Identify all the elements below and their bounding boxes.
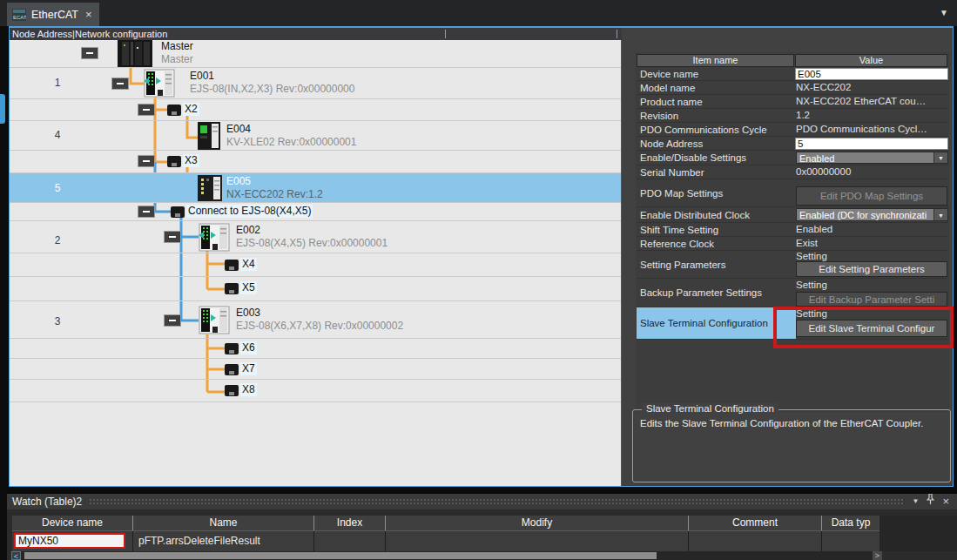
prop-label: Serial Number [640,167,704,178]
ethercat-editor: Node Address|Network configuration [9,26,954,487]
node-address: 4 [10,129,105,141]
collapse-button[interactable] [138,104,155,116]
network-configuration-tree: Master Master 1 [10,40,621,486]
tree-node-x8[interactable]: X8 [10,380,621,402]
svg-text:ECAT: ECAT [13,15,26,20]
edit-backup-parameter-settings-button[interactable]: Edit Backup Parameter Setti [796,292,947,307]
prop-label: Shift Time Setting [640,225,718,235]
port-label: X2 [183,103,199,116]
prop-row-device-name: Device name [637,67,948,81]
chevron-down-icon[interactable]: ▼ [933,209,947,220]
column-header-item-name: Item name [637,54,794,67]
left-dock-indicator[interactable] [0,94,5,124]
prop-row-setting-parameters: Setting Parameters Setting Edit Setting … [637,251,948,279]
chevron-down-icon[interactable]: ▼ [933,152,947,163]
prop-row-backup-parameters: Backup Parameter Settings Setting Edit B… [637,279,948,307]
device-name-input[interactable] [795,68,948,80]
watch-row[interactable]: pFTP.arrsDeleteFileResult [12,531,879,551]
tab-close-icon[interactable]: × [85,9,92,20]
collapse-button[interactable] [81,47,98,59]
tree-node-e001[interactable]: 1 [10,68,621,99]
tree-node-connect[interactable]: Connect to EJS-08(X4,X5) [10,203,621,221]
distributed-clock-dropdown[interactable]: Enabled (DC for synchronizati ▼ [796,208,948,221]
description-title: Slave Terminal Configuration [642,403,778,414]
collapse-button[interactable] [138,206,155,218]
tree-node-x5[interactable]: X5 [10,277,621,301]
tree-node-x2[interactable]: X2 [10,99,621,121]
tree-node-e005-selected[interactable]: 5 E005 NX-ECC [10,173,621,203]
prop-label: Node Address [640,138,703,149]
sysmac-studio-window: ECAT EtherCAT × ▼ Node Address|Network c… [0,0,957,560]
prop-row-pdo-map: PDO Map Settings Edit PDO Map Settings [637,179,948,207]
horizontal-scrollbar[interactable]: < > [12,551,882,560]
port-icon [225,260,239,271]
close-icon[interactable]: × [942,494,949,509]
prop-row-model-name: Model name NX-ECC202 [637,81,948,95]
prop-row-node-address: Node Address [637,137,948,151]
port-icon [225,385,239,396]
collapse-button[interactable] [164,231,181,243]
column-modify: Modify [385,516,688,530]
port-icon [167,105,181,116]
enable-disable-dropdown[interactable]: Enabled ▼ [796,152,948,164]
prop-label: Device name [640,69,698,79]
prop-row-shift-time: Shift Time Setting Enabled [637,223,948,237]
edit-setting-parameters-button[interactable]: Edit Setting Parameters [796,261,947,277]
scrollbar-thumb[interactable] [24,552,657,559]
port-label: X7 [240,362,257,375]
tree-node-label: E004 KV-XLE02 Rev:0x00000001 [226,123,356,149]
scroll-right-icon[interactable]: > [873,551,882,560]
tree-node-x4[interactable]: X4 [10,253,621,277]
column-header-value: Value [795,54,947,67]
tree-node-e004[interactable]: 4 E004 KV-XLE02 Rev:0x00000001 [10,121,621,151]
port-label: X5 [240,281,257,294]
prop-row-pdo-comm-cycle: PDO Communications Cycle PDO Communicati… [637,123,948,137]
port-icon [225,283,239,294]
annotation-highlight-red [773,307,954,348]
dropdown-value: Enabled (DC for synchronizati [799,210,927,220]
node-address-input[interactable] [795,138,948,150]
master-device-icon [118,40,152,67]
scroll-left-icon[interactable]: < [11,551,21,560]
prop-label: Model name [640,83,695,93]
tree-node-x7[interactable]: X7 [10,359,621,380]
tree-node-label: Master Master [161,40,193,66]
tree-node-master[interactable]: Master Master [10,40,621,68]
port-label: X8 [240,383,257,396]
collapse-button[interactable] [164,314,181,327]
watch-title: Watch (Table)2 [12,496,82,508]
watch-table-right-gap [879,516,957,551]
coupler-device-icon [144,69,175,98]
tree-node-label: E001 EJS-08(IN,X2,X3) Rev:0x00000000 [190,70,354,96]
prop-value: 1.2 [796,110,810,120]
tree-node-e002[interactable]: 2 [10,221,621,253]
tree-node-x6[interactable]: X6 [10,339,621,359]
tab-ethercat[interactable]: ECAT EtherCAT × [7,3,99,26]
prop-label: Backup Parameter Settings [640,287,762,298]
pin-icon[interactable] [927,494,934,509]
header-tick [617,30,617,38]
port-icon [171,206,185,218]
edit-pdo-map-settings-button[interactable]: Edit PDO Map Settings [796,186,947,206]
tab-overflow-caret-icon[interactable]: ▼ [940,8,948,17]
document-tab-strip: ECAT EtherCAT × ▼ [0,0,957,26]
prop-value: Setting [796,251,827,261]
coupler-device-icon [199,223,230,252]
prop-label: Slave Terminal Configuration [640,318,768,328]
window-position-caret-icon[interactable]: ▼ [912,494,919,509]
collapse-button[interactable] [138,155,155,167]
prop-value: 0x00000000 [796,166,851,177]
tree-node-e003[interactable]: 3 [10,301,621,339]
prop-row-enable-disable: Enable/Disable Settings Enabled ▼ [637,151,948,165]
port-label: X6 [240,341,257,354]
dropdown-value: Enabled [799,153,834,164]
tree-node-x3[interactable]: X3 [10,151,621,173]
collapse-button[interactable] [111,78,129,90]
coupler-device-icon [199,306,230,334]
tab-label: EtherCAT [31,9,78,21]
node-address: 1 [10,77,105,89]
prop-row-revision: Revision 1.2 [637,109,948,123]
port-icon [225,343,239,354]
watch-device-name-input[interactable] [14,533,125,549]
watch-variable-name: pFTP.arrsDeleteFileResult [133,535,260,547]
